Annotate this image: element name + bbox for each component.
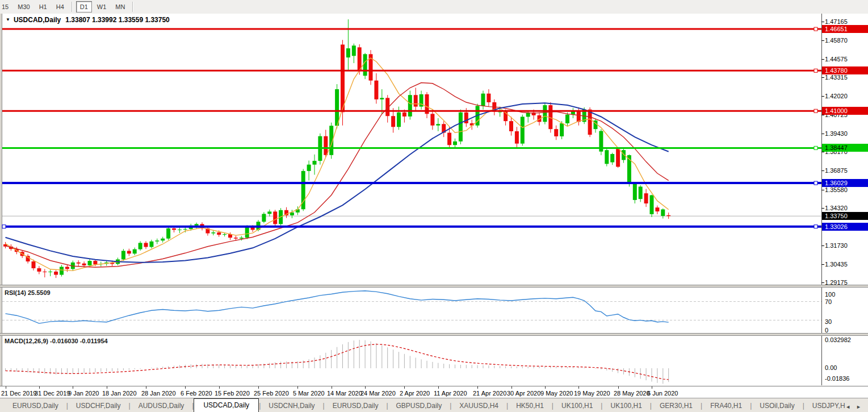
- rsi-indicator-label: RSI(14) 25.5509: [5, 289, 51, 296]
- price-level-badge: 1.36029: [822, 179, 868, 187]
- level-handle: [814, 181, 817, 185]
- chart-tab-usdcnh-daily[interactable]: USDCNH,Daily: [261, 399, 322, 412]
- level-handle: [814, 69, 817, 72]
- chart-tab-xauusd-h4[interactable]: XAUUSD,H4: [451, 399, 506, 412]
- timeframe-toolbar: 15M30H1H4D1W1MN: [0, 0, 868, 14]
- date-tick-mark: [73, 386, 73, 389]
- date-axis-label: 31 Dec 2019: [35, 390, 70, 397]
- tab-scroll-left-icon[interactable]: ◄: [845, 404, 850, 410]
- price-axis-label: 1.35580: [825, 186, 848, 194]
- date-tick-mark: [107, 386, 107, 389]
- timeframe-button-d1[interactable]: D1: [76, 1, 92, 13]
- date-axis-label: 21 Apr 2020: [473, 390, 506, 397]
- pane-divider[interactable]: [0, 285, 868, 288]
- chart-ohlc-values: 1.33807 1.33992 1.33559 1.33750: [65, 16, 170, 24]
- timeframe-button-w1[interactable]: W1: [93, 1, 111, 13]
- price-tick-mark: [821, 22, 824, 22]
- chart-tab-eurusd-daily[interactable]: EURUSD,Daily: [5, 399, 66, 412]
- date-axis-label: 28 May 2020: [614, 390, 650, 397]
- date-axis-label: 14 Mar 2020: [327, 390, 362, 397]
- date-axis-label: 30 Apr 2020: [507, 390, 540, 397]
- date-tick-mark: [511, 386, 512, 389]
- date-axis[interactable]: 21 Dec 201931 Dec 20199 Jan 202018 Jan 2…: [0, 386, 868, 398]
- rsi-scale-label: 70: [825, 298, 832, 306]
- rsi-scale-label: 100: [825, 291, 835, 298]
- date-axis-label: 21 Dec 2019: [1, 390, 36, 397]
- price-axis-label: 1.44575: [825, 56, 848, 63]
- main-chart-canvas[interactable]: [0, 14, 868, 386]
- macd-scale-label: 0.032982: [825, 336, 851, 344]
- date-tick-mark: [578, 386, 579, 389]
- timeframe-button-h1[interactable]: H1: [35, 1, 51, 13]
- date-axis-label: 2 Apr 2020: [400, 390, 430, 397]
- price-tick-mark: [821, 282, 824, 283]
- chart-tab-usdjpy-h1[interactable]: USDJPY,H1: [804, 399, 845, 412]
- chart-tab-usdcad-daily[interactable]: USDCAD,Daily: [194, 398, 259, 412]
- price-level-badge: 1.41000: [822, 107, 868, 115]
- date-tick-mark: [219, 386, 220, 389]
- price-tick-mark: [821, 190, 824, 190]
- date-axis-label: 28 Jan 2020: [141, 390, 176, 397]
- macd-scale-label: -0.01836: [825, 375, 849, 382]
- date-tick-mark: [185, 386, 186, 389]
- price-level-badge: 1.38447: [822, 144, 868, 152]
- date-tick-mark: [6, 386, 6, 389]
- price-tick-mark: [821, 115, 824, 115]
- chart-tab-eurusd-daily[interactable]: EURUSD,Daily: [325, 399, 387, 412]
- price-axis-label: 1.45870: [825, 37, 848, 44]
- chart-tab-gbpusd-daily[interactable]: GBPUSD,Daily: [388, 399, 450, 412]
- timeframe-button-m30[interactable]: M30: [14, 1, 33, 13]
- macd-indicator-label: MACD(12,26,9) -0.016030 -0.011954: [5, 338, 108, 344]
- horizontal-levels-layer[interactable]: [2, 27, 821, 228]
- price-tick-mark: [821, 134, 824, 134]
- level-handle: [814, 146, 817, 149]
- price-axis-label: 1.43315: [825, 74, 848, 81]
- level-handle: [2, 225, 6, 228]
- date-tick-mark: [365, 386, 366, 389]
- tab-scroll-right-icon[interactable]: ►: [856, 404, 861, 410]
- chart-tab-uk100-h1[interactable]: UK100,H1: [553, 399, 601, 412]
- macd-pane: [6, 340, 669, 384]
- date-axis-label: 6 Feb 2020: [181, 390, 212, 397]
- date-tick-mark: [297, 386, 298, 389]
- timeframe-button-mn[interactable]: MN: [111, 1, 129, 13]
- chart-dropdown-icon[interactable]: ▼: [6, 17, 10, 22]
- date-axis-label: 15 Feb 2020: [215, 390, 250, 397]
- price-tick-mark: [821, 245, 824, 246]
- level-handle: [814, 225, 817, 228]
- current-price-badge: 1.33750: [822, 212, 868, 220]
- timeframe-button-h4[interactable]: H4: [52, 1, 68, 13]
- chart-tab-hk50-h1[interactable]: HK50,H1: [508, 399, 552, 412]
- timeframe-button-15[interactable]: 15: [0, 1, 12, 13]
- price-tick-mark: [821, 170, 824, 171]
- macd-scale-label: 0.00: [825, 364, 837, 372]
- chart-tab-usoil-daily[interactable]: USOil,Daily: [752, 399, 802, 412]
- chart-symbol-label: USDCAD,Daily: [14, 16, 61, 24]
- chart-tab-ger30-h1[interactable]: GER30,H1: [652, 399, 701, 412]
- date-axis-label: 18 Jan 2020: [102, 390, 137, 397]
- date-tick-mark: [39, 386, 40, 389]
- price-tick-mark: [821, 59, 824, 60]
- pane-divider[interactable]: [0, 333, 868, 336]
- date-axis-label: 6 Jun 2020: [647, 390, 678, 397]
- date-tick-mark: [438, 386, 439, 389]
- chart-tab-audusd-daily[interactable]: AUDUSD,Daily: [131, 399, 192, 412]
- date-tick-mark: [477, 386, 478, 389]
- chart-tabs: EURUSD,Daily|USDCHF,Daily|AUDUSD,Daily|U…: [0, 398, 845, 412]
- price-axis-label: 1.39430: [825, 130, 848, 138]
- chart-tab-uk100-h1[interactable]: UK100,H1: [602, 399, 649, 412]
- price-tick-mark: [821, 152, 824, 152]
- chart-tab-fra40-h1[interactable]: FRA40,H1: [702, 399, 750, 412]
- price-axis-label: 1.34320: [825, 205, 848, 212]
- date-axis-label: 25 Feb 2020: [254, 390, 289, 397]
- date-axis-label: 5 Mar 2020: [293, 390, 325, 397]
- date-tick-mark: [652, 386, 652, 389]
- price-tick-mark: [821, 208, 824, 209]
- date-tick-mark: [332, 386, 332, 389]
- trading-platform-window: 15M30H1H4D1W1MN ▼USDCAD,Daily1.33807 1.3…: [0, 0, 868, 412]
- date-axis-label: 11 Apr 2020: [434, 390, 467, 397]
- price-tick-mark: [821, 264, 824, 265]
- price-axis-label: 1.42020: [825, 93, 848, 100]
- chart-tab-usdchf-daily[interactable]: USDCHF,Daily: [68, 399, 129, 412]
- date-tick-mark: [146, 386, 146, 389]
